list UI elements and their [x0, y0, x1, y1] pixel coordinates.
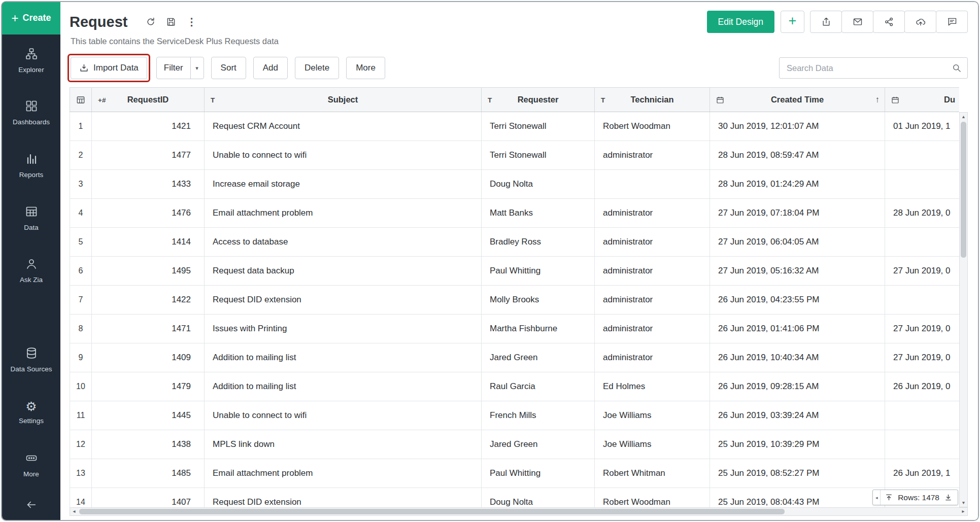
table-row[interactable]: 31433Increase email storageDoug Nolta28 …: [70, 170, 960, 199]
due-time-cell[interactable]: 26 Jun 2019, 1: [885, 459, 960, 488]
created-time-cell[interactable]: 25 Jun 2019, 08:04:43 PM: [710, 488, 885, 508]
subject-cell[interactable]: Increase email storage: [205, 170, 482, 199]
column-header-requester[interactable]: T Requester: [482, 88, 595, 112]
vertical-scrollbar[interactable]: ▲ ▼: [959, 112, 968, 507]
requester-cell[interactable]: Paul Whitting: [482, 459, 595, 488]
sidebar-item-more[interactable]: More: [2, 439, 60, 492]
due-time-cell[interactable]: [885, 430, 960, 459]
scroll-right-arrow[interactable]: ►: [959, 508, 967, 515]
due-time-cell[interactable]: [885, 228, 960, 257]
search-input[interactable]: [779, 57, 968, 79]
created-time-cell[interactable]: 26 Jun 2019, 01:41:06 PM: [710, 315, 885, 343]
requester-cell[interactable]: Matt Banks: [482, 199, 595, 228]
requestid-cell[interactable]: 1433: [92, 170, 205, 199]
requestid-cell[interactable]: 1407: [92, 488, 205, 508]
subject-cell[interactable]: Request DID extension: [205, 488, 482, 508]
filter-dropdown-toggle[interactable]: ▾: [190, 57, 204, 79]
requester-cell[interactable]: Martha Fishburne: [482, 315, 595, 343]
scroll-to-top-icon[interactable]: [885, 493, 893, 502]
technician-cell[interactable]: administrator: [595, 141, 710, 170]
due-time-cell[interactable]: [885, 401, 960, 430]
sidebar-item-ask-zia[interactable]: Ask Zia: [2, 245, 60, 298]
due-time-cell[interactable]: [885, 170, 960, 199]
table-row[interactable]: 21477Unable to connect to wifiTerri Ston…: [70, 141, 960, 170]
due-time-cell[interactable]: 28 Jun 2019, 0: [885, 199, 960, 228]
horizontal-scrollbar[interactable]: ◄ ►: [70, 507, 968, 516]
subject-cell[interactable]: Request DID extension: [205, 286, 482, 315]
requestid-cell[interactable]: 1445: [92, 401, 205, 430]
requestid-cell[interactable]: 1485: [92, 459, 205, 488]
created-time-cell[interactable]: 26 Jun 2019, 10:40:34 AM: [710, 343, 885, 372]
column-header-subject[interactable]: T Subject: [205, 88, 482, 112]
table-row[interactable]: 51414Access to databaseBradley Rossadmin…: [70, 228, 960, 257]
technician-cell[interactable]: Robert Woodman: [595, 488, 710, 508]
requester-cell[interactable]: Raul Garcia: [482, 372, 595, 401]
row-number-cell[interactable]: 11: [70, 401, 92, 430]
requestid-cell[interactable]: 1438: [92, 430, 205, 459]
requester-cell[interactable]: Terri Stonewall: [482, 141, 595, 170]
requester-cell[interactable]: Molly Brooks: [482, 286, 595, 315]
requester-cell[interactable]: Bradley Ross: [482, 228, 595, 257]
save-button[interactable]: [161, 12, 181, 32]
filter-button[interactable]: Filter ▾: [156, 57, 204, 79]
more-button[interactable]: More: [346, 57, 385, 79]
sidebar-item-explorer[interactable]: Explorer: [2, 34, 60, 87]
technician-cell[interactable]: [595, 170, 710, 199]
create-button[interactable]: + Create: [2, 2, 60, 34]
row-number-cell[interactable]: 9: [70, 343, 92, 372]
scroll-up-arrow[interactable]: ▲: [960, 113, 967, 121]
requester-cell[interactable]: Doug Nolta: [482, 170, 595, 199]
technician-cell[interactable]: administrator: [595, 343, 710, 372]
table-row[interactable]: 111445Unable to connect to wifiFrench Mi…: [70, 401, 960, 430]
table-row[interactable]: 91409Addition to mailing listJared Green…: [70, 343, 960, 372]
badge-collapse-icon[interactable]: ◂: [873, 490, 881, 505]
row-number-cell[interactable]: 2: [70, 141, 92, 170]
edit-design-button[interactable]: Edit Design: [707, 11, 775, 33]
due-time-cell[interactable]: 26 Jun 2019, 0: [885, 372, 960, 401]
requestid-cell[interactable]: 1414: [92, 228, 205, 257]
more-options-button[interactable]: ⋮: [181, 12, 201, 32]
due-time-cell[interactable]: [885, 286, 960, 315]
created-time-cell[interactable]: 26 Jun 2019, 04:23:55 PM: [710, 286, 885, 315]
sidebar-item-data[interactable]: Data: [2, 192, 60, 245]
sort-ascending-icon[interactable]: ↑: [875, 95, 880, 105]
row-number-cell[interactable]: 14: [70, 488, 92, 508]
technician-cell[interactable]: administrator: [595, 257, 710, 286]
add-button[interactable]: Add: [253, 57, 288, 79]
technician-cell[interactable]: Robert Whitman: [595, 459, 710, 488]
created-time-cell[interactable]: 28 Jun 2019, 01:24:29 AM: [710, 170, 885, 199]
collapse-sidebar-button[interactable]: [2, 492, 60, 520]
created-time-cell[interactable]: 27 Jun 2019, 06:04:05 AM: [710, 228, 885, 257]
sidebar-item-reports[interactable]: Reports: [2, 140, 60, 192]
subject-cell[interactable]: Email attachment problem: [205, 199, 482, 228]
vertical-scrollbar-thumb[interactable]: [961, 122, 966, 258]
subject-cell[interactable]: Issues with Printing: [205, 315, 482, 343]
requestid-cell[interactable]: 1409: [92, 343, 205, 372]
requestid-cell[interactable]: 1422: [92, 286, 205, 315]
subject-cell[interactable]: Email attachment problem: [205, 459, 482, 488]
subject-cell[interactable]: Unable to connect to wifi: [205, 141, 482, 170]
column-header-created-time[interactable]: Created Time ↑: [710, 88, 885, 112]
share-button[interactable]: [873, 11, 905, 33]
table-row[interactable]: 61495Request data backupPaul Whittingadm…: [70, 257, 960, 286]
created-time-cell[interactable]: 26 Jun 2019, 03:39:24 AM: [710, 401, 885, 430]
requester-cell[interactable]: Doug Nolta: [482, 488, 595, 508]
row-number-cell[interactable]: 4: [70, 199, 92, 228]
requester-cell[interactable]: French Mills: [482, 401, 595, 430]
column-header-row-actions[interactable]: [70, 88, 92, 112]
publish-button[interactable]: [904, 11, 936, 33]
due-time-cell[interactable]: 01 Jun 2019, 1: [885, 112, 960, 141]
row-number-cell[interactable]: 7: [70, 286, 92, 315]
column-header-requestid[interactable]: +# RequestID: [92, 88, 205, 112]
created-time-cell[interactable]: 30 Jun 2019, 12:01:07 AM: [710, 112, 885, 141]
row-number-cell[interactable]: 12: [70, 430, 92, 459]
scroll-left-arrow[interactable]: ◄: [70, 508, 78, 515]
sidebar-item-settings[interactable]: ⚙ Settings: [2, 387, 60, 439]
subject-cell[interactable]: Request data backup: [205, 257, 482, 286]
technician-cell[interactable]: administrator: [595, 228, 710, 257]
table-row[interactable]: 41476Email attachment problemMatt Banksa…: [70, 199, 960, 228]
column-header-due-time[interactable]: Du: [885, 88, 960, 112]
delete-button[interactable]: Delete: [295, 57, 339, 79]
requester-cell[interactable]: Jared Green: [482, 343, 595, 372]
created-time-cell[interactable]: 27 Jun 2019, 05:16:32 AM: [710, 257, 885, 286]
